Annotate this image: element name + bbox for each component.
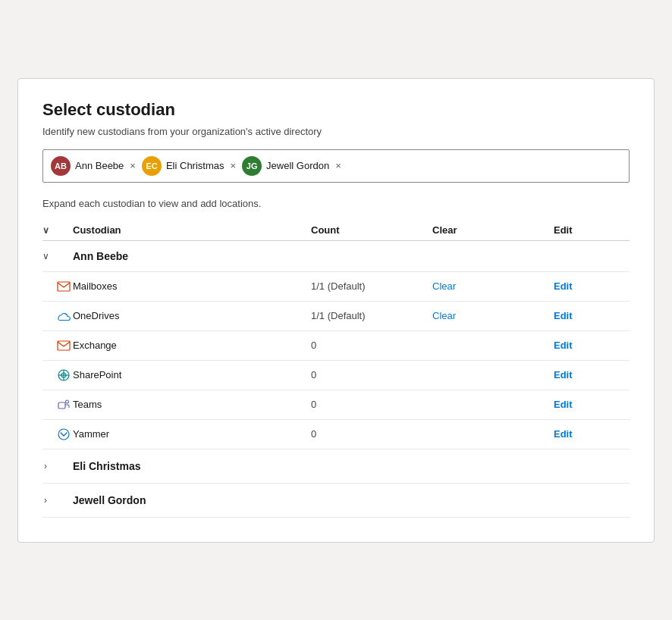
table-row: Exchange 0 Edit [42, 331, 630, 361]
select-custodian-panel: Select custodian Identify new custodians… [17, 78, 655, 543]
table-row: Yammer 0 Edit [42, 420, 630, 449]
exchange-edit-button[interactable]: Edit [554, 340, 630, 351]
yammer-label: Yammer [73, 428, 311, 440]
table-header: ∨ Custodian Count Clear Edit [42, 220, 630, 241]
onedrives-edit-button[interactable]: Edit [554, 310, 630, 321]
page-title: Select custodian [42, 100, 630, 120]
header-clear: Clear [432, 224, 554, 236]
avatar-jewell-gordon: JG [242, 156, 262, 176]
section-jewell-gordon: › Jewell Gordon [42, 484, 630, 518]
remove-jewell-gordon[interactable]: × [335, 161, 341, 171]
mailboxes-label: Mailboxes [73, 280, 311, 292]
yammer-icon [42, 427, 73, 441]
table-row: OneDrives 1/1 (Default) Clear Edit [42, 302, 630, 331]
expand-ann-beebe-icon[interactable]: ∨ [42, 251, 73, 261]
svg-rect-1 [58, 341, 70, 350]
page-subtitle: Identify new custodians from your organi… [42, 126, 630, 137]
onedrives-label: OneDrives [73, 310, 311, 321]
mailboxes-clear-button[interactable]: Clear [432, 280, 554, 292]
remove-eli-christmas[interactable]: × [231, 161, 237, 171]
tag-name-jewell-gordon: Jewell Gordon [266, 160, 329, 171]
header-col-chevron: ∨ [42, 224, 73, 236]
header-edit: Edit [554, 224, 630, 236]
sharepoint-icon [42, 368, 73, 382]
svg-point-8 [58, 429, 69, 440]
header-custodian: Custodian [73, 224, 311, 236]
table-row: SharePoint 0 Edit [42, 361, 630, 390]
exchange-icon [42, 339, 73, 352]
tag-name-eli-christmas: Eli Christmas [166, 160, 225, 171]
sharepoint-edit-button[interactable]: Edit [554, 369, 630, 380]
mailboxes-count: 1/1 (Default) [311, 280, 432, 292]
mailboxes-icon [42, 280, 73, 293]
collapse-all-icon[interactable]: ∨ [42, 225, 49, 236]
expand-jewell-gordon-icon[interactable]: › [42, 495, 73, 506]
section-ann-beebe: ∨ Ann Beebe [42, 241, 630, 272]
yammer-edit-button[interactable]: Edit [554, 428, 630, 440]
expand-label: Expand each custodian to view and add lo… [42, 198, 630, 209]
teams-count: 0 [311, 399, 432, 410]
avatar-eli-christmas: EC [142, 156, 162, 176]
teams-label: Teams [73, 399, 311, 410]
exchange-label: Exchange [73, 340, 311, 351]
teams-icon [42, 398, 73, 412]
tag-name-ann-beebe: Ann Beebe [75, 160, 124, 171]
section-title-ann-beebe: Ann Beebe [73, 250, 311, 262]
table-row: Mailboxes 1/1 (Default) Clear Edit [42, 272, 630, 302]
header-count: Count [311, 224, 432, 236]
svg-point-7 [66, 400, 69, 403]
collapsed-title-jewell-gordon: Jewell Gordon [73, 494, 630, 506]
custodian-input-box[interactable]: AB Ann Beebe × EC Eli Christmas × JG Jew… [42, 149, 630, 183]
yammer-count: 0 [311, 428, 432, 440]
onedrives-clear-button[interactable]: Clear [432, 310, 554, 321]
remove-ann-beebe[interactable]: × [130, 161, 136, 171]
teams-edit-button[interactable]: Edit [554, 399, 630, 410]
tag-ann-beebe: AB Ann Beebe × [51, 156, 136, 176]
svg-rect-0 [58, 282, 70, 291]
svg-rect-6 [58, 402, 65, 409]
exchange-count: 0 [311, 340, 432, 351]
tag-eli-christmas: EC Eli Christmas × [142, 156, 236, 176]
section-eli-christmas: › Eli Christmas [42, 449, 630, 484]
tag-jewell-gordon: JG Jewell Gordon × [242, 156, 341, 176]
sharepoint-count: 0 [311, 369, 432, 380]
sharepoint-label: SharePoint [73, 369, 311, 380]
onedrives-count: 1/1 (Default) [311, 310, 432, 321]
onedrives-icon [42, 309, 73, 323]
avatar-ann-beebe: AB [51, 156, 71, 176]
table-row: Teams 0 Edit [42, 390, 630, 420]
collapsed-title-eli-christmas: Eli Christmas [73, 460, 630, 472]
expand-eli-christmas-icon[interactable]: › [42, 461, 73, 471]
mailboxes-edit-button[interactable]: Edit [554, 280, 630, 292]
